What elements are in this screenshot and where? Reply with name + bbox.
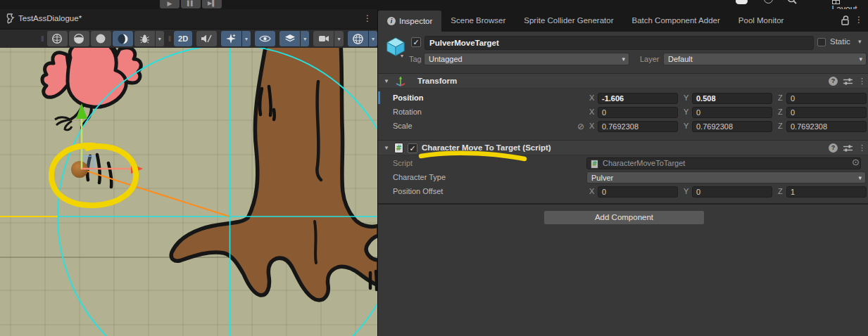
debug-bug-caret[interactable]: ▾ xyxy=(156,31,164,46)
gizmo-shaded-sphere-button[interactable] xyxy=(69,31,89,46)
gizmo-toggle-button[interactable] xyxy=(348,31,368,46)
script-presets-icon[interactable] xyxy=(843,144,853,153)
gameobject-active-checkbox[interactable]: ✓ xyxy=(411,37,421,47)
presets-icon[interactable] xyxy=(843,77,853,86)
position-y-field[interactable]: 0.508 xyxy=(692,93,772,104)
search-icon[interactable] xyxy=(787,0,797,4)
scale-x-axis: X xyxy=(589,122,594,130)
tag-value: Untagged xyxy=(429,55,463,63)
scale-y-field[interactable]: 0.7692308 xyxy=(692,121,772,132)
character-type-caret-icon: ▾ xyxy=(858,172,862,183)
gizmo-toggle-caret[interactable]: ▾ xyxy=(369,31,377,46)
camera-button[interactable] xyxy=(313,31,334,46)
scale-label: Scale xyxy=(393,122,413,130)
add-component-button[interactable]: Add Component xyxy=(543,210,705,225)
scene-menu-kebab-icon[interactable]: ⋮ xyxy=(363,13,372,23)
rotation-z-field[interactable]: 0 xyxy=(786,107,867,118)
tag-label: Tag xyxy=(409,55,422,63)
camera-caret[interactable]: ▾ xyxy=(334,31,343,46)
offset-z-field[interactable]: 1 xyxy=(786,186,867,198)
character-type-dropdown[interactable]: Pulver ▾ xyxy=(586,172,866,183)
step-icon: ▶▌ xyxy=(208,0,216,6)
static-caret-icon[interactable]: ▾ xyxy=(858,38,862,45)
tab-batch-component-adder-label: Batch Component Adder xyxy=(632,16,720,25)
script-object-field[interactable]: # CharacterMoveToTarget xyxy=(586,157,861,169)
gizmo-solid-sphere-button[interactable] xyxy=(91,31,111,46)
transform-foldout-icon[interactable]: ▼ xyxy=(384,78,389,84)
unity-scene-icon xyxy=(6,13,15,24)
layers-button[interactable] xyxy=(279,31,300,46)
script-component-header[interactable]: ▼ # ✓ Character Move To Target (Script) … xyxy=(378,140,868,155)
scene-render xyxy=(0,48,377,336)
tree-sprite[interactable] xyxy=(171,48,377,300)
scale-x-field[interactable]: 0.7692308 xyxy=(598,121,678,132)
script-object-value: CharacterMoveToTarget xyxy=(603,159,685,167)
gizmo-crescent-button[interactable] xyxy=(113,31,133,46)
gizmo-wire-sphere-button[interactable] xyxy=(47,31,68,46)
layout-dropdown[interactable]: Layout ▾ xyxy=(832,0,862,9)
tree-crack-line-2 xyxy=(315,221,316,263)
rotation-y-field[interactable]: 0 xyxy=(692,107,772,118)
rotation-x-field[interactable]: 0 xyxy=(598,107,678,118)
layer-label: Layer xyxy=(640,55,660,63)
scene-pane: TestAssDialogue* ⋮ ‖ ▾ ‖ 2D ▾ xyxy=(0,9,377,336)
scene-tab[interactable]: TestAssDialogue* xyxy=(18,14,82,22)
scale-z-field[interactable]: 0.7692308 xyxy=(786,121,867,132)
tab-inspector[interactable]: i Inspector xyxy=(378,11,441,32)
gameobject-name-field[interactable]: PulverMoveTarget xyxy=(424,36,814,50)
gameobject-icon-caret[interactable]: ▾ xyxy=(401,53,403,59)
transform-kebab-icon[interactable]: ⋮ xyxy=(858,77,866,86)
inspector-tab-bar: i Inspector Scene Browser Sprite Collide… xyxy=(378,9,868,32)
position-x-field[interactable]: -1.606 xyxy=(598,93,678,104)
character-type-value: Pulver xyxy=(591,174,613,182)
static-checkbox[interactable] xyxy=(817,38,826,46)
layers-caret[interactable]: ▾ xyxy=(301,31,309,46)
script-foldout-icon[interactable]: ▼ xyxy=(384,145,389,151)
layer-value: Default xyxy=(668,55,693,63)
tag-dropdown[interactable]: Untagged ▾ xyxy=(424,53,629,65)
position-offset-label: Position Offset xyxy=(393,187,443,195)
inspector-menu-kebab-icon[interactable]: ⋮ xyxy=(855,15,863,25)
transform-header[interactable]: ▼ Transform ? ⋮ xyxy=(378,73,868,89)
debug-bug-button[interactable] xyxy=(134,31,155,46)
rotation-x-axis: X xyxy=(589,108,594,116)
rotation-y-axis: Y xyxy=(684,108,688,116)
tab-scene-browser[interactable]: Scene Browser xyxy=(441,9,515,32)
cloud-icon[interactable] xyxy=(736,0,748,4)
layer-dropdown[interactable]: Default ▾ xyxy=(663,53,867,65)
script-enabled-checkbox[interactable]: ✓ xyxy=(408,143,417,153)
link-broken-icon[interactable]: ⊘ xyxy=(577,122,584,131)
offset-y-field[interactable]: 0 xyxy=(692,186,772,198)
tab-sprite-collider-generator[interactable]: Sprite Collider Generator xyxy=(515,9,622,32)
history-icon[interactable] xyxy=(764,0,773,4)
transform-title: Transform xyxy=(417,77,457,85)
layout-label: Layout xyxy=(832,4,857,9)
editor-top-bar: ▶ ▌▌ ▶▌ Layout ▾ xyxy=(0,0,868,9)
script-help-icon[interactable]: ? xyxy=(829,143,838,153)
help-icon[interactable]: ? xyxy=(829,77,838,86)
info-icon: i xyxy=(387,17,396,25)
effects-caret[interactable]: ▾ xyxy=(242,31,251,46)
mode-2d-button[interactable]: 2D xyxy=(174,31,191,46)
scene-viewport[interactable] xyxy=(0,48,377,336)
play-button[interactable]: ▶ xyxy=(160,0,180,8)
position-x-axis: X xyxy=(589,93,594,102)
position-z-field[interactable]: 0 xyxy=(786,93,867,104)
script-kebab-icon[interactable]: ⋮ xyxy=(858,143,866,153)
tab-pool-monitor[interactable]: Pool Monitor xyxy=(729,9,793,32)
object-picker-icon[interactable]: ⊙ xyxy=(852,157,860,167)
lock-icon[interactable] xyxy=(841,15,850,25)
component-separator xyxy=(378,203,868,205)
position-z-axis: Z xyxy=(778,93,783,102)
tab-inspector-label: Inspector xyxy=(399,17,432,25)
pause-button[interactable]: ▌▌ xyxy=(181,0,201,8)
offset-x-field[interactable]: 0 xyxy=(598,186,678,198)
scene-visibility-eye-button[interactable] xyxy=(255,31,275,46)
tab-batch-component-adder[interactable]: Batch Component Adder xyxy=(623,9,729,32)
bird-sprite[interactable] xyxy=(42,48,141,130)
audio-mute-button[interactable] xyxy=(196,31,217,46)
effects-button[interactable] xyxy=(221,31,241,46)
layout-caret-icon: ▾ xyxy=(860,7,862,9)
step-button[interactable]: ▶▌ xyxy=(202,0,222,8)
toolbar-grip-2: ‖ xyxy=(168,34,170,43)
